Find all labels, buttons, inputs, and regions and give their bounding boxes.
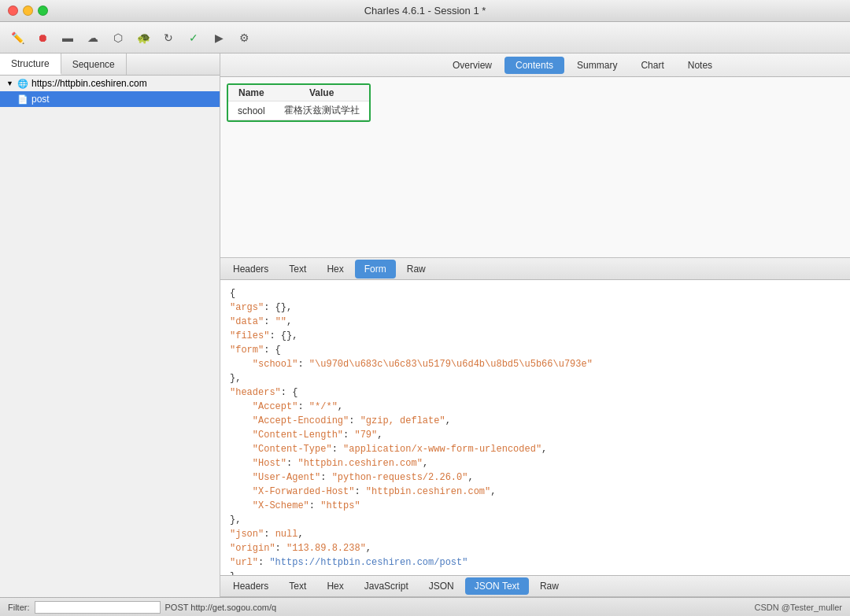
sidebar-list: ▼ 🌐 https://httpbin.ceshiren.com 📄 post [0, 76, 220, 597]
window-controls [8, 6, 48, 16]
mid-tab-raw[interactable]: Raw [397, 260, 435, 278]
form-table: Name Value school 霍格沃兹测试学社 [227, 83, 371, 122]
json-line-0: { [230, 286, 841, 301]
json-line-16: }, [230, 513, 841, 527]
mid-tab-text[interactable]: Text [279, 260, 316, 278]
main-panel: Overview Contents Summary Chart Notes [220, 53, 850, 597]
cloud-icon[interactable]: ☁ [83, 28, 102, 47]
sidebar-tab-bar: Structure Sequence [0, 53, 220, 76]
gear-icon[interactable]: ⚙ [235, 28, 253, 47]
minimize-button[interactable] [23, 6, 33, 16]
json-line-6: }, [230, 371, 841, 385]
json-line-13: "User-Agent": "python-requests/2.26.0", [230, 470, 841, 485]
document-icon: 📄 [17, 94, 28, 105]
json-line-5: "school": "\u970d\u683c\u6c83\u5179\u6d4… [230, 357, 841, 371]
mid-tab-hex[interactable]: Hex [317, 260, 353, 278]
chevron-down-icon: ▼ [6, 79, 14, 87]
json-line-11: "Content-Type": "application/x-www-form-… [230, 442, 841, 456]
bottom-tab-hex[interactable]: Hex [317, 577, 353, 595]
json-line-2: "data": "", [230, 315, 841, 329]
json-line-8: "Accept": "*/*", [230, 400, 841, 414]
close-button[interactable] [8, 6, 18, 16]
content-area: Structure Sequence ▼ 🌐 https://httpbin.c… [0, 53, 850, 597]
settings-icon[interactable]: ⬡ [109, 28, 128, 47]
filter-input[interactable] [35, 601, 161, 614]
bottom-tab-json[interactable]: JSON [419, 577, 464, 595]
json-line-15: "X-Scheme": "https" [230, 499, 841, 513]
json-line-19: "url": "https://httpbin.ceshiren.com/pos… [230, 555, 841, 570]
table-cell-value: 霍格沃兹测试学社 [275, 101, 369, 120]
status-bar: Filter: POST http://get.sogou.com/q CSDN… [0, 597, 850, 616]
mid-tab-form[interactable]: Form [355, 260, 396, 278]
globe-icon: 🌐 [17, 78, 28, 89]
tab-overview[interactable]: Overview [442, 57, 503, 74]
record-icon[interactable]: ⏺ [33, 28, 52, 47]
turtle-icon[interactable]: 🐢 [134, 28, 153, 47]
toolbar: ✏️ ⏺ ▬ ☁ ⬡ 🐢 ↻ ✓ ▶ ⚙ [0, 22, 850, 53]
forward-icon[interactable]: ▶ [209, 28, 228, 47]
bottom-tab-raw[interactable]: Raw [530, 577, 568, 595]
horizontal-rule-icon[interactable]: ▬ [58, 28, 77, 47]
sidebar-item-post[interactable]: 📄 post [0, 91, 220, 107]
tab-chart[interactable]: Chart [630, 57, 674, 74]
status-bar-left: Filter: POST http://get.sogou.com/q [8, 601, 276, 614]
sidebar-tab-sequence[interactable]: Sequence [61, 53, 127, 75]
sidebar: Structure Sequence ▼ 🌐 https://httpbin.c… [0, 53, 220, 597]
window-title: Charles 4.6.1 - Session 1 * [364, 5, 486, 17]
bottom-tab-javascript[interactable]: JavaScript [355, 577, 418, 595]
attribution-text: CSDN @Tester_muller [755, 603, 842, 612]
mid-tab-headers[interactable]: Headers [224, 260, 278, 278]
col-name-header: Name [228, 85, 275, 101]
json-line-7: "headers": { [230, 385, 841, 400]
mid-tab-bar: Headers Text Hex Form Raw [220, 258, 850, 280]
json-line-14: "X-Forwarded-Host": "httpbin.ceshiren.co… [230, 485, 841, 499]
tab-contents[interactable]: Contents [504, 57, 564, 74]
filter-label: Filter: [8, 603, 30, 612]
json-line-3: "files": {}, [230, 329, 841, 343]
table-row: school 霍格沃兹测试学社 [228, 101, 369, 120]
json-line-1: "args": {}, [230, 301, 841, 315]
bottom-tab-json-text[interactable]: JSON Text [465, 577, 529, 595]
json-content: { "args": {}, "data": "", "files": {}, "… [220, 280, 850, 575]
tab-summary[interactable]: Summary [566, 57, 628, 74]
table-cell-name: school [228, 101, 275, 120]
pen-icon[interactable]: ✏️ [8, 28, 27, 47]
refresh-icon[interactable]: ↻ [159, 28, 178, 47]
json-line-17: "json": null, [230, 527, 841, 541]
request-text: POST http://get.sogou.com/q [165, 603, 277, 612]
check-icon[interactable]: ✓ [184, 28, 203, 47]
tab-notes[interactable]: Notes [677, 57, 723, 74]
json-line-20: } [230, 570, 841, 575]
sidebar-item-domain[interactable]: ▼ 🌐 https://httpbin.ceshiren.com [0, 76, 220, 91]
upper-content: Name Value school 霍格沃兹测试学社 [220, 77, 850, 258]
maximize-button[interactable] [38, 6, 48, 16]
top-tab-bar: Overview Contents Summary Chart Notes [220, 53, 850, 77]
json-line-10: "Content-Length": "79", [230, 428, 841, 442]
sidebar-tab-structure[interactable]: Structure [0, 53, 61, 75]
bottom-tab-headers[interactable]: Headers [224, 577, 278, 595]
json-line-9: "Accept-Encoding": "gzip, deflate", [230, 414, 841, 428]
bottom-tab-text[interactable]: Text [279, 577, 316, 595]
title-bar: Charles 4.6.1 - Session 1 * [0, 0, 850, 22]
json-line-12: "Host": "httpbin.ceshiren.com", [230, 456, 841, 470]
json-line-4: "form": { [230, 343, 841, 357]
col-value-header: Value [275, 85, 369, 101]
bottom-tab-bar: Headers Text Hex JavaScript JSON JSON Te… [220, 575, 850, 597]
json-line-18: "origin": "113.89.8.238", [230, 541, 841, 555]
